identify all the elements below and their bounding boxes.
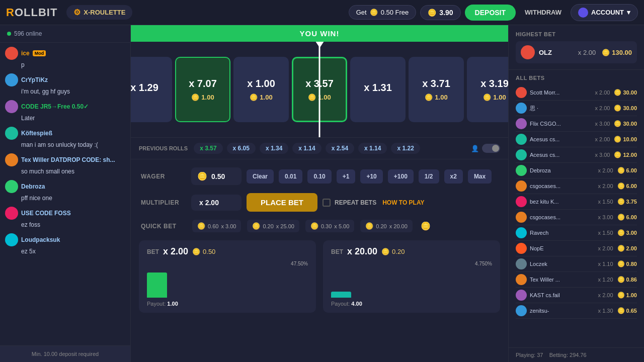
- avatar: [516, 134, 527, 145]
- chat-messages[interactable]: ice Mod p CrYpTiKz i'm out, gg hf guys C…: [0, 43, 130, 345]
- bet-btn-max[interactable]: Max: [468, 169, 492, 184]
- account-label: ACCOUNT: [591, 9, 624, 16]
- bet-btn-x2[interactable]: x2: [444, 169, 463, 184]
- table-row: csgocases... x 2.00 🪙6.00: [516, 178, 637, 194]
- clear-button[interactable]: Clear: [247, 169, 274, 184]
- bettor-name: csgocases...: [530, 214, 595, 220]
- prev-roll-badge[interactable]: x 2.54: [326, 143, 354, 154]
- prev-roll-badge[interactable]: x 6.05: [227, 143, 256, 154]
- chat-username: ice: [21, 50, 30, 57]
- top-navigation: ROLLBIT ⚙ X-ROULETTE Get 🪙 0.50 Free 🪙 3…: [0, 0, 644, 25]
- chat-username: Tex Willer DATDROP CODE: sh...: [21, 156, 115, 163]
- chat-msg-header: ice Mod: [5, 47, 125, 60]
- how-to-play-link[interactable]: HOW TO PLAY: [382, 199, 424, 206]
- avatar: [516, 118, 527, 129]
- brand-logo[interactable]: ROLLBIT: [6, 6, 57, 19]
- all-bets-section[interactable]: ALL BETS Scott Morr... x 2.00 🪙30.00 思 ·…: [509, 70, 644, 347]
- coin-icon: 🪙: [365, 222, 373, 230]
- cell-multiplier: x 1.29: [131, 82, 158, 94]
- bet-btn-010[interactable]: 0.10: [307, 169, 331, 184]
- highest-bet-name: OLZ: [539, 49, 574, 56]
- bet-mult: x 1.50: [598, 199, 613, 205]
- bet-panel-header: BET x 20.00 🪙 0.20: [331, 246, 492, 257]
- bet-amount: 🪙30.00: [614, 89, 637, 96]
- bet-amount: 🪙3.00: [617, 229, 637, 236]
- list-item: Loudpacksuk ez 5x: [5, 233, 125, 255]
- quick-bet-option[interactable]: 🪙 0.60 x 3.00: [192, 220, 241, 232]
- roulette-cell: x 3.71 🪙 1.00: [409, 57, 464, 122]
- account-button[interactable]: ACCOUNT ▾: [571, 4, 638, 21]
- prev-roll-badge[interactable]: x 1.14: [292, 143, 321, 154]
- bet-btn-plus10[interactable]: +10: [360, 169, 382, 184]
- avatar: [521, 45, 535, 59]
- bettor-name: Flix CSGO...: [530, 121, 592, 127]
- place-bet-button[interactable]: PLACE BET: [247, 193, 317, 212]
- bet-btn-half[interactable]: 1/2: [419, 169, 439, 184]
- avatar: [516, 227, 527, 238]
- highest-bet-section: HIGHEST BET OLZ x 2.00 🪙 130.00: [509, 25, 644, 70]
- chat-text: man i am so unlucky today :(: [5, 141, 125, 148]
- quick-bet-add-button[interactable]: 🪙: [421, 221, 431, 231]
- bet-btn-plus1[interactable]: +1: [337, 169, 356, 184]
- quick-bet-label: QUICK BET: [141, 223, 186, 230]
- roulette-pointer: [319, 42, 320, 137]
- wager-input[interactable]: 🪙 0.50: [191, 167, 242, 185]
- bet-panel-header: BET x 2.00 🪙 0.50: [147, 246, 308, 257]
- quick-bet-option[interactable]: 🪙 0.20 x 20.00: [360, 220, 413, 232]
- playing-count: 37: [537, 352, 543, 358]
- quick-bet-mult: x 5.00: [334, 223, 349, 229]
- avatar: [516, 305, 527, 316]
- deposit-button[interactable]: DEPOSIT: [465, 5, 516, 21]
- chat-username: Debroza: [21, 183, 45, 190]
- toggle-switch[interactable]: [482, 144, 500, 153]
- avatar: [516, 212, 527, 223]
- wager-label: WAGER: [141, 173, 186, 180]
- bet-btn-plus100[interactable]: +100: [388, 169, 414, 184]
- balance-display: 🪙 3.90: [420, 5, 460, 20]
- account-avatar-icon: [578, 8, 588, 18]
- withdraw-button[interactable]: WITHDRAW: [520, 6, 567, 19]
- bet-amount: 🪙0.80: [617, 260, 637, 267]
- fairness-toggle[interactable]: 👤: [471, 144, 500, 153]
- avatar: [5, 47, 18, 60]
- repeat-bets-checkbox[interactable]: [323, 199, 331, 207]
- game-panel: YOU WIN! x 1.29 x 7.07 🪙 1.00 x 1.00 🪙 1…: [131, 25, 508, 362]
- table-row: Debroza x 2.00 🪙6.00: [516, 163, 637, 178]
- prev-roll-badge[interactable]: x 1.14: [358, 143, 387, 154]
- betting-label: Betting:: [549, 352, 568, 358]
- bet-amount: 🪙30.00: [614, 105, 637, 112]
- quick-bet-option[interactable]: 🪙 0.20 x 25.00: [247, 220, 299, 232]
- bettor-name: csgocases...: [530, 183, 595, 189]
- avatar: [5, 180, 18, 193]
- avatar: [5, 73, 18, 86]
- multiplier-row: MULTIPLIER x 2.00 PLACE BET REPEAT BETS …: [141, 193, 498, 212]
- table-row: Flix CSGO... x 3.00 🪙30.00: [516, 116, 637, 132]
- free-coins-button[interactable]: Get 🪙 0.50 Free: [349, 5, 417, 20]
- chat-username: USE CODE FOSS: [21, 210, 71, 217]
- bet-panel-bar: [147, 267, 308, 298]
- chat-text: so much small ones: [5, 168, 125, 175]
- chat-msg-header: CrYpTiKz: [5, 73, 125, 86]
- bet-amount: 🪙12.00: [614, 151, 637, 158]
- chat-text: Later: [5, 115, 125, 122]
- online-count: 596 online: [14, 30, 42, 37]
- multiplier-input[interactable]: x 2.00: [191, 195, 242, 211]
- repeat-bets-container: REPEAT BETS HOW TO PLAY: [323, 199, 424, 207]
- chat-username: Loudpacksuk: [21, 236, 60, 243]
- person-icon: 👤: [471, 145, 479, 152]
- chat-msg-header: Köftespieß: [5, 127, 125, 140]
- coin-icon-wager: 🪙: [197, 171, 207, 181]
- playing-label: Playing:: [516, 352, 535, 358]
- prev-roll-badge[interactable]: x 3.57: [194, 143, 222, 154]
- avatar: [516, 149, 527, 160]
- bet-btn-001[interactable]: 0.01: [279, 169, 302, 184]
- game-label[interactable]: ⚙ X-ROULETTE: [66, 5, 132, 20]
- cell-multiplier: x 3.19: [480, 78, 508, 89]
- prev-roll-badge[interactable]: x 1.34: [260, 143, 288, 154]
- bettor-name: Tex Willer ...: [530, 277, 595, 283]
- betting-amount: 294.76: [570, 352, 587, 358]
- avatar: [516, 258, 527, 269]
- quick-bet-option[interactable]: 🪙 0.30 x 5.00: [305, 220, 354, 232]
- prev-roll-badge[interactable]: x 1.22: [391, 143, 420, 154]
- chat-msg-header: CODE JR5→Free 0.50✓: [5, 100, 125, 113]
